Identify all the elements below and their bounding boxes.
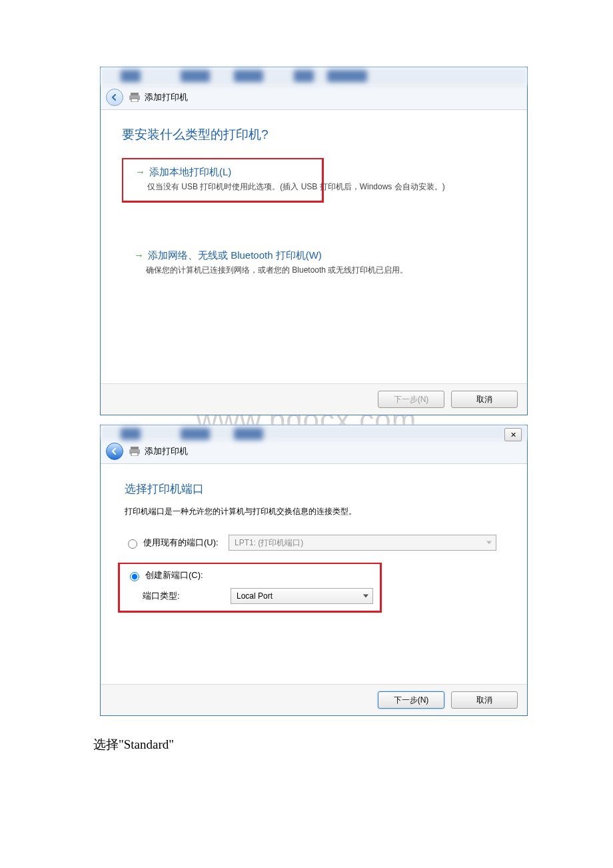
port-type-value: Local Port xyxy=(237,591,273,601)
printer-icon xyxy=(129,447,141,456)
use-existing-port-label: 使用现有的端口(U): xyxy=(143,537,219,549)
back-button[interactable] xyxy=(106,89,123,106)
create-new-port-label: 创建新端口(C): xyxy=(145,569,203,581)
back-button[interactable] xyxy=(106,443,123,460)
question-heading: 要安装什么类型的打印机? xyxy=(122,126,506,143)
next-button[interactable]: 下一步(N) xyxy=(378,391,444,408)
use-existing-port-radio[interactable] xyxy=(128,539,137,549)
select-printer-port-dialog: ✕ 添加打印机 选择打印机端口 打印机端口是一种允许您的计算机与打印机交换信息的… xyxy=(100,425,528,716)
dialog-header: 添加打印机 xyxy=(101,85,527,110)
port-type-combo[interactable]: Local Port xyxy=(231,588,373,604)
back-arrow-icon xyxy=(111,447,119,455)
next-button[interactable]: 下一步(N) xyxy=(378,691,444,709)
create-new-port-radio[interactable] xyxy=(130,572,139,581)
option-local-desc: 仅当没有 USB 打印机时使用此选项。(插入 USB 打印机后，Windows … xyxy=(135,181,315,193)
use-existing-port-row: 使用现有的端口(U): LPT1: (打印机端口) xyxy=(125,535,503,551)
svg-rect-5 xyxy=(131,453,138,456)
svg-rect-2 xyxy=(131,99,138,102)
option-add-local-printer[interactable]: →添加本地打印机(L) 仅当没有 USB 打印机时使用此选项。(插入 USB 打… xyxy=(122,158,324,203)
dialog-footer: 下一步(N) 取消 xyxy=(101,383,527,415)
back-arrow-icon xyxy=(111,93,119,101)
option-local-title-text: 添加本地打印机(L) xyxy=(149,166,231,177)
arrow-icon: → xyxy=(135,166,145,177)
arrow-icon: → xyxy=(134,249,144,261)
svg-rect-3 xyxy=(131,447,139,449)
option-local-title: →添加本地打印机(L) xyxy=(135,166,315,179)
breadcrumb: 添加打印机 xyxy=(145,91,188,103)
printer-icon xyxy=(129,93,141,102)
add-printer-type-dialog: 添加打印机 要安装什么类型的打印机? →添加本地打印机(L) 仅当没有 USB … xyxy=(100,67,528,415)
option-network-desc: 确保您的计算机已连接到网络，或者您的 Bluetooth 或无线打印机已启用。 xyxy=(134,265,499,276)
chevron-down-icon xyxy=(363,595,368,598)
blurred-taskbar xyxy=(101,67,527,85)
dialog-footer: 下一步(N) 取消 xyxy=(101,684,527,715)
chevron-down-icon xyxy=(486,541,492,545)
port-type-label: 端口类型: xyxy=(127,590,227,602)
svg-rect-0 xyxy=(131,93,139,95)
blurred-taskbar xyxy=(101,425,527,439)
cancel-button[interactable]: 取消 xyxy=(451,691,518,709)
instruction-caption: 选择"Standard" xyxy=(93,736,613,753)
dialog-header: 添加打印机 xyxy=(101,439,527,464)
existing-port-combo: LPT1: (打印机端口) xyxy=(229,535,496,551)
create-new-port-highlight: 创建新端口(C): 端口类型: Local Port xyxy=(118,563,382,613)
close-button[interactable]: ✕ xyxy=(504,428,522,441)
cancel-button[interactable]: 取消 xyxy=(451,391,518,408)
option-add-network-printer[interactable]: →添加网络、无线或 Bluetooth 打印机(W) 确保您的计算机已连接到网络… xyxy=(122,243,506,284)
existing-port-value: LPT1: (打印机端口) xyxy=(235,537,303,549)
section-title: 选择打印机端口 xyxy=(125,481,503,497)
breadcrumb: 添加打印机 xyxy=(145,445,188,457)
section-desc: 打印机端口是一种允许您的计算机与打印机交换信息的连接类型。 xyxy=(125,506,503,517)
option-network-title-text: 添加网络、无线或 Bluetooth 打印机(W) xyxy=(148,249,322,261)
option-network-title: →添加网络、无线或 Bluetooth 打印机(W) xyxy=(134,249,499,262)
